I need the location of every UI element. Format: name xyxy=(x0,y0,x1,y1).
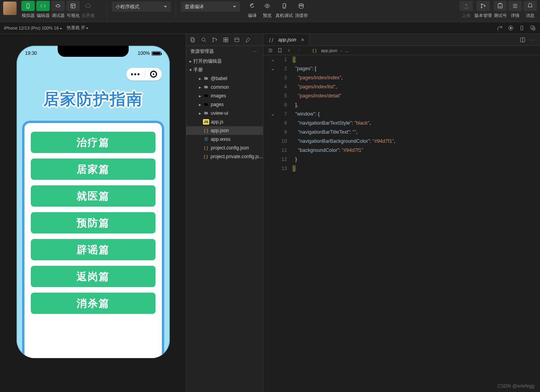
app-button[interactable]: 就医篇 xyxy=(31,185,156,207)
git-icon[interactable] xyxy=(212,37,218,43)
breadcrumb-item[interactable]: ... xyxy=(345,48,349,53)
svg-rect-2 xyxy=(56,5,60,7)
device-selector[interactable]: iPhone 12/13 (Pro) 100% 16 xyxy=(4,26,62,30)
detail-button[interactable] xyxy=(508,1,522,11)
search-icon[interactable] xyxy=(201,37,207,43)
top-toolbar: 模拟器 编辑器 调试器 可视化 云开发 小程序模式 普通编译 xyxy=(0,0,540,22)
app-button[interactable]: 治疗篇 xyxy=(31,132,156,153)
tree-folder[interactable]: ▸common xyxy=(186,83,263,91)
visual-button[interactable] xyxy=(66,1,80,11)
tree-file[interactable]: ⦿app.wxss xyxy=(186,135,263,144)
message-button[interactable] xyxy=(523,1,537,11)
upload-label: 上传 xyxy=(462,13,471,19)
svg-rect-6 xyxy=(71,4,75,8)
tree-label: common xyxy=(211,84,229,90)
tree-folder[interactable]: ▸@babel xyxy=(186,74,263,83)
json-icon: { } xyxy=(203,154,209,159)
phone-time: 19:30 xyxy=(25,50,37,56)
tree-label: pages xyxy=(211,102,224,107)
simulator-bar: iPhone 12/13 (Pro) 100% 16 热重载 开 xyxy=(0,22,540,34)
real-device-label: 真机调试 xyxy=(276,13,293,19)
avatar[interactable] xyxy=(3,2,17,15)
compile-button[interactable] xyxy=(246,1,259,11)
tree-file[interactable]: { }project.config.json xyxy=(186,144,263,152)
refresh-icon[interactable] xyxy=(497,25,503,31)
tree-file[interactable]: JSapp.js xyxy=(186,118,263,126)
debugger-button[interactable] xyxy=(51,1,65,11)
svg-point-12 xyxy=(299,4,304,5)
more-icon[interactable]: ··· xyxy=(530,37,536,43)
compile-label: 编译 xyxy=(248,13,257,19)
preview-button[interactable] xyxy=(261,1,274,11)
editor-label: 编辑器 xyxy=(37,13,50,19)
app-button[interactable]: 居家篇 xyxy=(31,159,156,180)
popout-icon[interactable] xyxy=(530,25,536,31)
component-icon[interactable] xyxy=(223,37,229,43)
forward-icon[interactable] xyxy=(296,47,302,54)
svg-point-23 xyxy=(510,27,512,29)
svg-point-17 xyxy=(484,6,486,7)
bookmark-icon[interactable] xyxy=(277,47,283,54)
more-icon[interactable]: ··· xyxy=(253,49,259,54)
tree-group-open-editors[interactable]: ▸打开的编辑器 xyxy=(186,57,263,65)
tree-folder[interactable]: ▸images xyxy=(186,91,263,100)
breadcrumb-item[interactable]: { }app.json xyxy=(311,48,338,53)
close-ring-icon xyxy=(150,71,157,78)
compile-type-dropdown[interactable]: 普通编译 xyxy=(181,2,240,12)
app-button[interactable]: 辟谣篇 xyxy=(31,239,156,260)
compile-type-value: 普通编译 xyxy=(185,4,204,10)
tree-group-project[interactable]: ▾手册 xyxy=(186,65,263,74)
version-button[interactable] xyxy=(476,1,490,11)
editor-tab-active[interactable]: { } app.json × xyxy=(263,34,309,45)
simulator-label: 模拟器 xyxy=(22,13,35,19)
tree-file[interactable]: { }app.json xyxy=(186,126,263,135)
app-button[interactable]: 返岗篇 xyxy=(31,266,156,287)
code-editor[interactable]: ⌄⌄⌄ 12345678910111213 { "pages": [ "page… xyxy=(263,55,540,392)
mode-dropdown[interactable]: 小程序模式 xyxy=(112,2,171,12)
list-icon[interactable] xyxy=(267,47,274,54)
panel-icon[interactable] xyxy=(234,37,240,43)
folder-icon xyxy=(203,110,209,116)
hot-reload-toggle[interactable]: 热重载 开 xyxy=(67,25,88,31)
testid-button[interactable] xyxy=(493,1,507,11)
app-button[interactable]: 预防篇 xyxy=(31,212,156,233)
editor-button[interactable] xyxy=(36,1,50,11)
real-device-button[interactable] xyxy=(278,1,291,11)
cloud-button[interactable] xyxy=(81,1,95,11)
mobile-icon[interactable] xyxy=(519,25,525,31)
split-editor-icon[interactable] xyxy=(519,37,526,43)
wxss-icon: ⦿ xyxy=(203,136,209,142)
tree-folder[interactable]: ▸pages xyxy=(186,100,263,109)
svg-rect-28 xyxy=(191,38,194,42)
watermark: CSDN @ertefegg xyxy=(497,383,534,389)
clear-cache-button[interactable] xyxy=(294,1,308,11)
chevron-down-icon xyxy=(86,28,88,29)
version-label: 版本管理 xyxy=(474,13,492,19)
svg-rect-34 xyxy=(224,37,226,39)
editor-breadcrumb: { }app.json › ... xyxy=(263,46,540,55)
menu-dots-icon: ••• xyxy=(131,71,141,78)
svg-point-31 xyxy=(213,37,214,39)
tree-file[interactable]: { }project.private.config.js... xyxy=(186,152,263,161)
tree-label: project.private.config.js... xyxy=(210,154,263,159)
svg-rect-36 xyxy=(224,40,226,42)
brush-icon[interactable] xyxy=(245,37,251,43)
tree-label: app.js xyxy=(211,119,223,125)
tree-folder[interactable]: ▸uview-ui xyxy=(186,109,263,118)
tg-simulator: 模拟器 xyxy=(21,1,35,22)
svg-point-11 xyxy=(284,7,284,7)
record-icon[interactable] xyxy=(508,25,514,31)
app-card: 治疗篇居家篇就医篇预防篇辟谣篇返岗篇消杀篇 xyxy=(22,121,164,358)
close-tab-icon[interactable]: × xyxy=(301,37,304,43)
js-icon: JS xyxy=(203,119,209,125)
upload-button[interactable] xyxy=(459,1,473,11)
explorer-toolbar xyxy=(186,34,263,46)
simulator-button[interactable] xyxy=(21,1,35,11)
app-button[interactable]: 消杀篇 xyxy=(31,293,156,314)
files-icon[interactable] xyxy=(189,37,196,43)
back-icon[interactable] xyxy=(286,47,292,54)
tab-filename: app.json xyxy=(278,37,296,43)
capsule-menu[interactable]: ••• xyxy=(126,68,162,80)
preview-label: 预览 xyxy=(263,13,272,19)
phone-battery-pct: 100% xyxy=(138,50,150,56)
